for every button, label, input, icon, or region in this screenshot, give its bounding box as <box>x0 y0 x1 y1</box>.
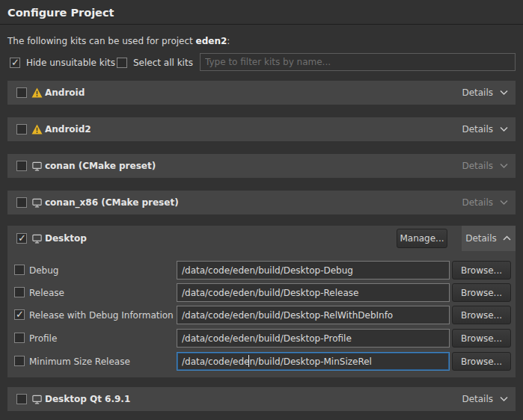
build-dir-field <box>177 306 450 324</box>
checkbox-unchecked-icon[interactable] <box>117 58 127 68</box>
build-config-checkbox[interactable] <box>14 265 25 275</box>
build-dir-field-focused <box>177 352 450 371</box>
kit-row-desktop[interactable]: Desktop Manage... Details <box>7 226 516 251</box>
chevron-down-icon <box>499 90 509 96</box>
kit-panel-desktop: Desktop Manage... Details Debug Browse..… <box>7 226 516 377</box>
page-title: Configure Project <box>7 7 114 19</box>
build-config-row-release: Release Browse... <box>7 283 516 303</box>
kit-row-desktop-qt[interactable]: Desktop Qt 6.9.1 Details <box>7 387 516 411</box>
hide-unsuitable-kits-label: Hide unsuitable kits <box>26 58 115 68</box>
monitor-icon <box>31 160 43 172</box>
checkbox-checked-icon[interactable] <box>10 58 20 68</box>
project-name: eden2 <box>196 36 227 46</box>
build-config-checkbox[interactable] <box>14 356 25 366</box>
kit-name: conan (CMake preset) <box>45 161 156 171</box>
monitor-icon <box>31 393 43 405</box>
kit-row-android[interactable]: Android Details <box>7 81 516 105</box>
kit-checkbox[interactable] <box>16 161 27 171</box>
kit-name: Android <box>45 87 85 98</box>
build-config-label: Debug <box>29 265 58 276</box>
browse-button[interactable]: Browse... <box>452 352 511 371</box>
kit-checkbox[interactable] <box>16 394 27 404</box>
kit-name: Desktop Qt 6.9.1 <box>45 394 130 404</box>
browse-button[interactable]: Browse... <box>452 329 511 348</box>
hide-unsuitable-kits-checkbox[interactable]: Hide unsuitable kits <box>10 57 115 69</box>
build-config-label: Release <box>29 288 64 298</box>
kit-row-android2[interactable]: Android2 Details <box>7 117 516 141</box>
details-button[interactable]: Details <box>462 197 516 208</box>
browse-button[interactable]: Browse... <box>452 306 511 324</box>
kit-checkbox[interactable] <box>16 233 27 244</box>
title-divider <box>0 24 523 25</box>
intro-suffix: : <box>227 36 230 46</box>
chevron-up-icon <box>502 235 512 241</box>
build-dir-input[interactable] <box>177 283 450 302</box>
configure-project-dialog: Configure Project The following kits can… <box>0 0 523 420</box>
chevron-down-icon <box>499 163 509 169</box>
build-dir-input[interactable] <box>177 329 450 348</box>
details-button-expanded[interactable]: Details <box>462 226 516 251</box>
chevron-down-icon <box>499 200 509 206</box>
chevron-down-icon <box>499 396 509 402</box>
intro-text: The following kits can be used for proje… <box>7 36 230 46</box>
build-config-label: Minimum Size Release <box>29 356 130 367</box>
build-dir-field <box>177 283 450 302</box>
build-config-checkbox[interactable] <box>14 309 25 320</box>
kit-checkbox[interactable] <box>16 124 27 135</box>
warning-icon <box>31 123 43 135</box>
details-button[interactable]: Details <box>462 161 516 171</box>
intro-prefix: The following kits can be used for proje… <box>7 36 196 46</box>
build-dir-field <box>177 329 450 348</box>
kit-name: Desktop <box>45 233 87 244</box>
details-button[interactable]: Details <box>462 87 516 98</box>
kit-checkbox[interactable] <box>16 87 27 98</box>
build-dir-input[interactable] <box>177 352 450 371</box>
monitor-icon <box>31 232 43 244</box>
chevron-down-icon <box>499 126 509 132</box>
kit-row-conan-x86[interactable]: conan_x86 (CMake preset) Details <box>7 191 516 214</box>
warning-icon <box>31 87 43 99</box>
browse-button[interactable]: Browse... <box>452 283 511 302</box>
monitor-icon <box>31 197 43 209</box>
build-config-checkbox[interactable] <box>14 333 25 343</box>
build-dir-input[interactable] <box>177 261 450 280</box>
kit-name: Android2 <box>45 124 91 135</box>
build-config-label: Profile <box>29 333 57 344</box>
build-dir-field <box>177 261 450 280</box>
build-dir-input[interactable] <box>177 306 450 324</box>
kit-filter-field <box>200 53 516 71</box>
select-all-kits-label: Select all kits <box>133 58 193 68</box>
details-button[interactable]: Details <box>462 394 516 404</box>
build-config-row-debug: Debug Browse... <box>7 261 516 280</box>
details-button[interactable]: Details <box>462 124 516 135</box>
kit-filter-input[interactable] <box>200 53 516 71</box>
build-config-checkbox[interactable] <box>14 287 25 297</box>
text-caret <box>248 355 249 367</box>
browse-button[interactable]: Browse... <box>452 261 511 280</box>
kit-row-conan[interactable]: conan (CMake preset) Details <box>7 154 516 178</box>
select-all-kits-checkbox[interactable]: Select all kits <box>117 57 193 69</box>
build-config-label: Release with Debug Information <box>29 310 174 321</box>
build-config-row-minsizerel: Minimum Size Release Browse... <box>7 352 516 371</box>
build-config-row-profile: Profile Browse... <box>7 329 516 348</box>
build-config-row-relwithdebinfo: Release with Debug Information Browse... <box>7 306 516 325</box>
kit-checkbox[interactable] <box>16 197 27 208</box>
kit-name: conan_x86 (CMake preset) <box>45 197 179 208</box>
manage-kits-button[interactable]: Manage... <box>397 229 447 248</box>
